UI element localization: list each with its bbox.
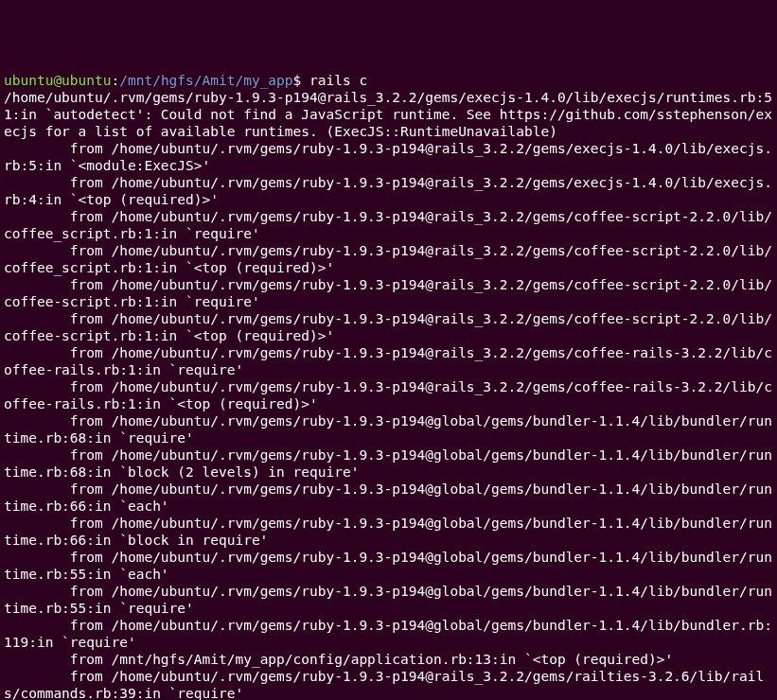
output-line: from /home/ubuntu/.rvm/gems/ruby-1.9.3-p… [4,447,772,480]
output-line: from /home/ubuntu/.rvm/gems/ruby-1.9.3-p… [4,277,772,309]
output-line: from /home/ubuntu/.rvm/gems/ruby-1.9.3-p… [4,584,772,616]
output-line: from /home/ubuntu/.rvm/gems/ruby-1.9.3-p… [4,379,772,411]
terminal-output[interactable]: ubuntu@ubuntu:/mnt/hgfs/Amit/my_app$ rai… [4,72,773,700]
output-line: from /mnt/hgfs/Amit/my_app/config/applic… [4,652,673,667]
output-line: from /home/ubuntu/.rvm/gems/ruby-1.9.3-p… [4,345,772,377]
output-line: from /home/ubuntu/.rvm/gems/ruby-1.9.3-p… [4,413,772,446]
output-line: /home/ubuntu/.rvm/gems/ruby-1.9.3-p194@r… [4,90,772,139]
prompt-user-host: ubuntu@ubuntu [4,73,112,88]
output-line: from /home/ubuntu/.rvm/gems/ruby-1.9.3-p… [4,669,764,700]
prompt-path: /mnt/hgfs/Amit/my_app [119,73,292,88]
output-line: from /home/ubuntu/.rvm/gems/ruby-1.9.3-p… [4,311,772,343]
output-line: from /home/ubuntu/.rvm/gems/ruby-1.9.3-p… [4,618,772,650]
output-line: from /home/ubuntu/.rvm/gems/ruby-1.9.3-p… [4,481,772,514]
prompt-separator: : [112,73,120,88]
output-line: from /home/ubuntu/.rvm/gems/ruby-1.9.3-p… [4,243,772,275]
output-line: from /home/ubuntu/.rvm/gems/ruby-1.9.3-p… [4,550,772,582]
output-line: from /home/ubuntu/.rvm/gems/ruby-1.9.3-p… [4,175,772,207]
prompt-symbol: $ [293,73,302,88]
prompt-command: rails c [309,73,367,88]
output-line: from /home/ubuntu/.rvm/gems/ruby-1.9.3-p… [4,141,772,173]
output-line: from /home/ubuntu/.rvm/gems/ruby-1.9.3-p… [4,516,772,548]
output-line: from /home/ubuntu/.rvm/gems/ruby-1.9.3-p… [4,209,772,241]
